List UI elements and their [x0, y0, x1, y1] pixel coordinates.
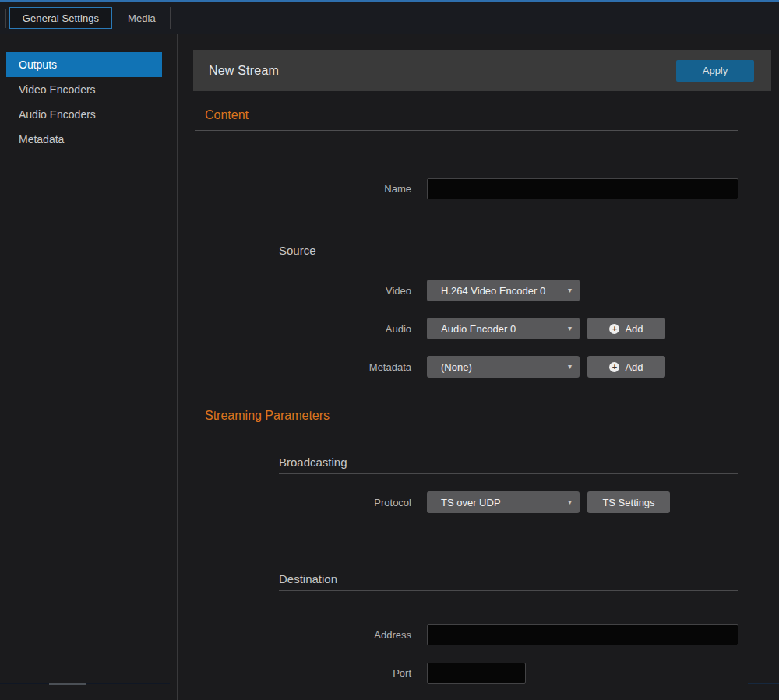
address-field-row: Address [178, 624, 738, 645]
plus-circle-icon: + [609, 362, 619, 372]
main-panel: New Stream Apply Content Name Source Vid… [178, 34, 779, 700]
chevron-down-icon: ▾ [568, 363, 572, 371]
video-source-dropdown[interactable]: H.264 Video Encoder 0 ▾ [427, 280, 580, 301]
protocol-value: TS over UDP [441, 497, 501, 508]
sidebar-scrollbar-thumb[interactable] [49, 683, 86, 685]
audio-source-dropdown[interactable]: Audio Encoder 0 ▾ [427, 318, 580, 339]
chevron-down-icon: ▾ [568, 498, 572, 506]
name-input[interactable] [427, 178, 738, 199]
name-label: Name [178, 183, 411, 195]
sidebar-item-outputs-label: Outputs [19, 58, 57, 71]
add-audio-button-label: Add [625, 323, 643, 335]
protocol-field-row: Protocol TS over UDP ▾ TS Settings [178, 491, 738, 513]
tab-general-settings[interactable]: General Settings [9, 7, 112, 29]
add-metadata-button[interactable]: + Add [587, 356, 665, 378]
port-input[interactable] [427, 663, 526, 684]
plus-circle-icon: + [609, 324, 619, 334]
stream-header-bar: New Stream Apply [193, 50, 771, 91]
ts-settings-button-label: TS Settings [602, 497, 654, 508]
subsection-title-source: Source [279, 243, 738, 262]
sidebar-item-audio-encoders[interactable]: Audio Encoders [6, 102, 162, 127]
audio-label: Audio [178, 323, 411, 335]
top-tab-bar: General Settings Media [0, 0, 779, 34]
address-input[interactable] [427, 624, 738, 645]
next-section-divider-edge [748, 683, 779, 684]
metadata-field-row: Metadata (None) ▾ + Add [178, 356, 738, 378]
name-field-row: Name [178, 178, 738, 199]
add-metadata-button-label: Add [625, 361, 643, 373]
tab-general-settings-label: General Settings [23, 12, 99, 24]
video-label: Video [178, 285, 411, 297]
protocol-label: Protocol [178, 497, 411, 508]
sidebar-item-outputs[interactable]: Outputs [6, 52, 162, 77]
sidebar-item-video-encoders-label: Video Encoders [19, 83, 96, 96]
page-title: New Stream [209, 64, 279, 78]
chevron-down-icon: ▾ [568, 325, 572, 332]
add-audio-button[interactable]: + Add [587, 318, 665, 339]
subsection-title-broadcasting: Broadcasting [279, 455, 738, 474]
section-title-content: Content [195, 107, 738, 131]
port-field-row: Port [178, 663, 738, 684]
subsection-title-destination: Destination [279, 572, 738, 591]
tab-divider-left [5, 9, 6, 28]
ts-settings-button[interactable]: TS Settings [587, 491, 670, 513]
tab-divider-right [170, 7, 171, 29]
apply-button[interactable]: Apply [676, 60, 754, 82]
metadata-source-dropdown[interactable]: (None) ▾ [427, 356, 580, 378]
app-window: General Settings Media Outputs Video Enc… [0, 0, 779, 700]
audio-field-row: Audio Audio Encoder 0 ▾ + Add [178, 318, 738, 339]
port-label: Port [178, 667, 411, 679]
metadata-label: Metadata [178, 361, 411, 373]
metadata-source-value: (None) [441, 361, 472, 373]
chevron-down-icon: ▾ [568, 287, 572, 294]
video-field-row: Video H.264 Video Encoder 0 ▾ [178, 280, 738, 301]
protocol-dropdown[interactable]: TS over UDP ▾ [427, 491, 580, 513]
sidebar-item-video-encoders[interactable]: Video Encoders [6, 77, 162, 102]
video-source-value: H.264 Video Encoder 0 [441, 285, 545, 297]
section-title-streaming-parameters: Streaming Parameters [195, 408, 738, 431]
tab-media[interactable]: Media [114, 7, 170, 29]
audio-source-value: Audio Encoder 0 [441, 323, 516, 335]
tab-media-label: Media [128, 12, 156, 24]
sidebar-item-audio-encoders-label: Audio Encoders [19, 108, 96, 121]
sidebar-item-metadata[interactable]: Metadata [6, 127, 162, 152]
sidebar-item-metadata-label: Metadata [19, 133, 64, 146]
sidebar: Outputs Video Encoders Audio Encoders Me… [0, 34, 178, 700]
address-label: Address [178, 629, 411, 641]
